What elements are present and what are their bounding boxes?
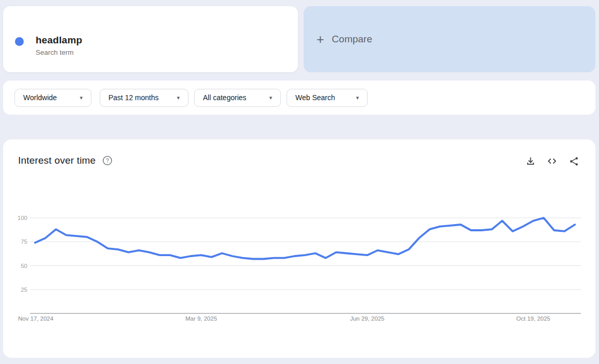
x-axis-tick-label: Nov 17, 2024: [18, 315, 54, 322]
chevron-down-icon: ▾: [269, 94, 272, 101]
region-dropdown-label: Worldwide: [23, 93, 57, 102]
chevron-down-icon: ▾: [356, 94, 359, 101]
interest-over-time-card: Interest over time ?: [3, 139, 595, 358]
chart-title: Interest over time: [18, 155, 96, 166]
x-axis-tick-label: Jun 29, 2025: [350, 315, 385, 322]
category-dropdown[interactable]: All categories ▾: [194, 89, 281, 107]
share-icon: [569, 156, 579, 167]
y-axis-tick-label: 100: [18, 215, 27, 221]
chevron-down-icon: ▾: [80, 94, 83, 101]
search-term-text: headlamp: [36, 35, 82, 46]
download-button[interactable]: [524, 155, 537, 167]
trend-line-series: [35, 218, 575, 259]
y-axis-tick-label: 75: [21, 239, 27, 245]
embed-code-icon: [546, 155, 558, 167]
filter-bar: Worldwide ▾ Past 12 months ▾ All categor…: [3, 81, 595, 115]
compare-label: Compare: [332, 34, 372, 45]
trend-chart-plot[interactable]: 255075100Nov 17, 2024Mar 9, 2025Jun 29, …: [18, 209, 586, 330]
add-comparison-button[interactable]: + Compare: [304, 6, 595, 72]
time-range-dropdown-label: Past 12 months: [108, 93, 159, 102]
svg-text:?: ?: [106, 157, 109, 164]
y-axis-tick-label: 50: [21, 263, 27, 269]
embed-button[interactable]: [546, 155, 558, 167]
search-term-type-label: Search term: [36, 49, 82, 56]
share-button[interactable]: [568, 155, 580, 167]
chart-actions: [524, 155, 580, 167]
google-trends-explore-page: { "term_card": { "term": "headlamp", "ty…: [0, 0, 599, 364]
y-axis-tick-label: 25: [21, 287, 27, 293]
region-dropdown[interactable]: Worldwide ▾: [14, 89, 91, 107]
search-type-dropdown-label: Web Search: [295, 93, 335, 102]
x-axis-tick-label: Oct 19, 2025: [516, 315, 550, 322]
category-dropdown-label: All categories: [203, 93, 246, 102]
search-type-dropdown[interactable]: Web Search ▾: [287, 89, 368, 107]
search-term-card[interactable]: headlamp Search term: [3, 6, 298, 72]
trend-line-chart: 255075100Nov 17, 2024Mar 9, 2025Jun 29, …: [18, 209, 586, 330]
help-icon: ?: [102, 155, 113, 166]
time-range-dropdown[interactable]: Past 12 months ▾: [100, 89, 188, 107]
help-button[interactable]: ?: [102, 155, 113, 166]
download-icon: [525, 156, 536, 167]
plus-icon: +: [317, 33, 324, 46]
series-color-dot-icon: [15, 37, 24, 46]
x-axis-tick-label: Mar 9, 2025: [185, 315, 217, 322]
chevron-down-icon: ▾: [177, 94, 180, 101]
